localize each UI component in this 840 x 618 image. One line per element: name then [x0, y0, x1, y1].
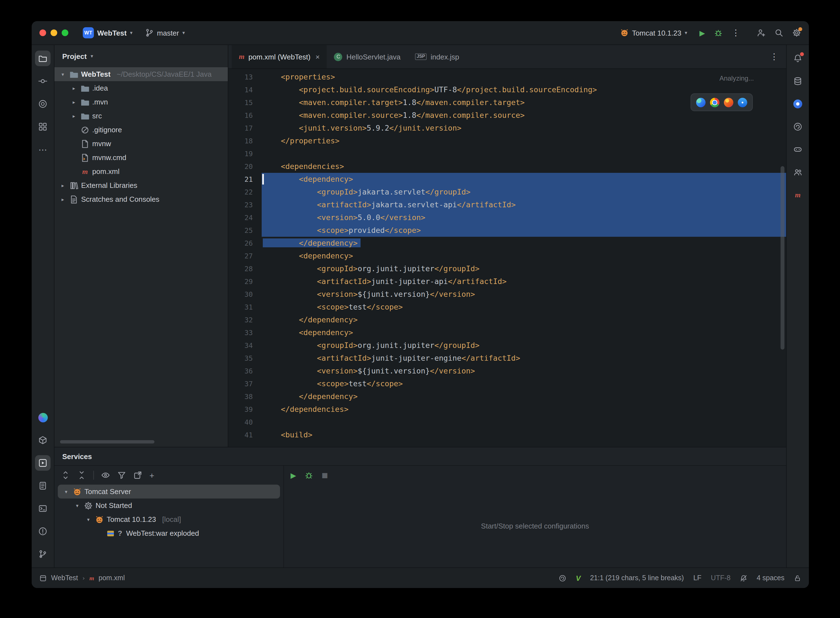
services-tree-row-not-started[interactable]: ▾Not Started — [58, 499, 280, 513]
code-line-25[interactable]: 25 <scope>provided</scope> — [229, 224, 786, 237]
ai-assistant-tool-button[interactable] — [790, 96, 806, 112]
chevron-right-icon[interactable]: ▸ — [70, 99, 78, 105]
notifications-muted-icon[interactable] — [740, 574, 747, 582]
add-service-button[interactable]: + — [150, 471, 154, 480]
code-line-37[interactable]: 37 <scope>test</scope> — [229, 377, 786, 390]
project-tree-row--idea[interactable]: ▸.idea — [55, 81, 228, 95]
project-tree-row-mvnw-cmd[interactable]: mvnw.cmd — [55, 151, 228, 165]
safari-browser-icon[interactable] — [738, 98, 747, 107]
code-line-18[interactable]: 18 </properties> — [229, 135, 786, 147]
breadcrumb-file[interactable]: pom.xml — [99, 574, 125, 582]
settings-button[interactable] — [792, 28, 801, 37]
status-plugin-icon[interactable] — [559, 574, 566, 582]
services-tree-row-tomcat-server[interactable]: ▾Tomcat Server — [58, 484, 280, 499]
more-tool-windows-button[interactable]: ⋯ — [35, 142, 50, 157]
breadcrumb-project[interactable]: WebTest — [51, 574, 78, 582]
debug-button[interactable] — [714, 28, 723, 37]
code-with-me-tool-button[interactable] — [790, 165, 806, 180]
build-tool-button[interactable] — [35, 432, 50, 448]
tab-index-jsp[interactable]: JSP index.jsp — [408, 45, 466, 68]
version-control-tool-button[interactable] — [35, 546, 50, 562]
chevron-right-icon[interactable]: ▸ — [70, 85, 78, 91]
encoding-widget[interactable]: UTF-8 — [711, 574, 730, 582]
services-tree-row-webtest-war-exploded[interactable]: ?WebTest:war exploded — [58, 526, 280, 540]
code-editor[interactable]: 13 <properties>14 <project.build.sourceE… — [229, 69, 786, 447]
edge-browser-icon[interactable] — [696, 98, 706, 107]
code-line-29[interactable]: 29 <artifactId>junit-jupiter-api</artifa… — [229, 275, 786, 288]
structure-tool-button[interactable] — [35, 119, 50, 135]
code-line-13[interactable]: 13 <properties> — [229, 71, 786, 83]
services-panel-header[interactable]: Services — [55, 447, 786, 466]
chrome-browser-icon[interactable] — [710, 98, 720, 107]
view-options-button[interactable] — [101, 471, 110, 480]
project-tree-row-scratches-and-consoles[interactable]: ▸Scratches and Consoles — [55, 192, 228, 206]
device-manager-tool-button[interactable] — [790, 142, 806, 157]
expand-all-button[interactable] — [61, 471, 70, 480]
pull-requests-tool-button[interactable] — [35, 96, 50, 112]
file-writable-icon[interactable] — [794, 574, 801, 582]
debug-service-button[interactable] — [304, 471, 313, 480]
project-tree-row-src[interactable]: ▸src — [55, 109, 228, 123]
tab-options-button[interactable]: ⋮ — [762, 45, 786, 68]
gradle-tool-button[interactable] — [790, 119, 806, 135]
chevron-right-icon[interactable]: ▸ — [70, 113, 78, 119]
notifications-tool-button[interactable] — [790, 51, 806, 66]
code-line-35[interactable]: 35 <artifactId>junit-jupiter-engine</art… — [229, 352, 786, 365]
terminal-tool-button[interactable] — [35, 501, 50, 516]
code-line-28[interactable]: 28 <groupId>org.junit.jupiter</groupId> — [229, 262, 786, 275]
maven-tool-button[interactable]: m — [790, 187, 806, 203]
v-plugin-icon[interactable]: V — [576, 574, 580, 582]
code-line-36[interactable]: 36 <version>${junit.version}</version> — [229, 365, 786, 377]
open-in-new-tab-button[interactable] — [134, 471, 142, 480]
code-line-23[interactable]: 23 <artifactId>jakarta.servlet-api</arti… — [229, 198, 786, 211]
minimize-window-button[interactable] — [50, 30, 57, 36]
project-tree-row-webtest[interactable]: ▾WebTest~/Desktop/CS/JavaEE/1 Java — [55, 67, 228, 81]
indent-widget[interactable]: 4 spaces — [757, 574, 784, 582]
code-line-26[interactable]: 26 </dependency> — [229, 237, 786, 250]
caret-position-widget[interactable]: 21:1 (219 chars, 5 line breaks) — [590, 574, 684, 582]
code-line-27[interactable]: 27 <dependency> — [229, 250, 786, 262]
tab-pom-xml[interactable]: m pom.xml (WebTest) × — [232, 45, 327, 68]
notes-tool-button[interactable] — [35, 478, 50, 493]
close-window-button[interactable] — [39, 30, 46, 36]
collapse-all-button[interactable] — [77, 471, 86, 480]
chevron-down-icon[interactable]: ▾ — [73, 503, 81, 508]
problems-tool-button[interactable] — [35, 523, 50, 539]
fullscreen-window-button[interactable] — [62, 30, 68, 36]
code-line-38[interactable]: 38 </dependency> — [229, 390, 786, 403]
more-actions-button[interactable]: ⋮ — [732, 28, 740, 38]
chevron-right-icon[interactable]: ▸ — [59, 196, 67, 202]
run-configuration-widget[interactable]: Tomcat 10.1.23 ▾ — [616, 26, 690, 39]
code-line-30[interactable]: 30 <version>${junit.version}</version> — [229, 288, 786, 301]
close-tab-icon[interactable]: × — [316, 52, 320, 61]
vertical-scrollbar[interactable] — [781, 166, 784, 349]
project-widget[interactable]: WT WebTest ▾ — [79, 25, 136, 40]
database-tool-button[interactable] — [790, 73, 806, 89]
firefox-browser-icon[interactable] — [724, 98, 733, 107]
commit-tool-button[interactable] — [35, 73, 50, 89]
project-tool-button[interactable] — [35, 51, 50, 66]
code-line-32[interactable]: 32 </dependency> — [229, 313, 786, 326]
chevron-down-icon[interactable]: ▾ — [85, 517, 92, 522]
project-tree-row-external-libraries[interactable]: ▸External Libraries — [55, 178, 228, 192]
stop-service-button[interactable]: ■ — [322, 471, 328, 479]
code-with-me-button[interactable] — [757, 28, 766, 37]
run-button[interactable]: ▶ — [699, 29, 705, 37]
code-line-20[interactable]: 20 <dependencies> — [229, 160, 786, 173]
project-tree-row-pom-xml[interactable]: mpom.xml — [55, 165, 228, 178]
code-line-31[interactable]: 31 <scope>test</scope> — [229, 301, 786, 313]
chevron-down-icon[interactable]: ▾ — [59, 71, 67, 77]
line-separator-widget[interactable]: LF — [693, 574, 701, 582]
project-panel-header[interactable]: Project ▾ — [55, 45, 228, 67]
code-line-24[interactable]: 24 <version>5.0.0</version> — [229, 211, 786, 224]
code-line-21[interactable]: 21 <dependency> — [229, 173, 786, 186]
run-service-button[interactable]: ▶ — [291, 471, 296, 479]
plugin-tool-button[interactable] — [35, 410, 50, 425]
code-line-33[interactable]: 33 <dependency> — [229, 326, 786, 339]
services-tree-row-tomcat-10-1-23[interactable]: ▾Tomcat 10.1.23[local] — [58, 513, 280, 526]
code-line-40[interactable]: 40 — [229, 416, 786, 428]
tab-helloservlet-java[interactable]: C HelloServlet.java — [327, 45, 408, 68]
chevron-right-icon[interactable]: ▸ — [59, 183, 67, 188]
chevron-down-icon[interactable]: ▾ — [62, 489, 70, 494]
code-line-19[interactable]: 19 — [229, 147, 786, 160]
